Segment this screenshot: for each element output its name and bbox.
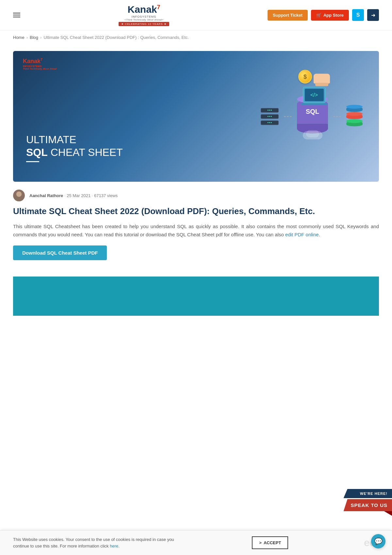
breadcrumb: Home › Blog › Ultimate SQL Cheat Sheet 2… xyxy=(0,30,392,44)
breadcrumb-sep-1: › xyxy=(26,35,28,40)
article-title: Ultimate SQL Cheat Sheet 2022 (Download … xyxy=(13,206,379,217)
logo-sub: INFOSYSTEMS xyxy=(132,15,156,18)
logo-tagline: <Think Technically, Move Ahead> xyxy=(124,18,163,21)
svg-point-2 xyxy=(16,192,22,197)
coin-icon: $ xyxy=(298,70,312,84)
skype-button[interactable]: S xyxy=(352,9,364,21)
laptop-coin-icon: $ </> xyxy=(298,70,330,105)
signin-icon: ➜ xyxy=(371,12,375,18)
site-header: Kanak7 INFOSYSTEMS <Think Technically, M… xyxy=(0,0,392,30)
support-ticket-button[interactable]: Support Ticket xyxy=(268,10,308,21)
hero-inner: Kanak7 INFOSYSTEMS Think Technically, Mo… xyxy=(13,51,379,182)
hero-title-line1: ULTIMATE xyxy=(26,133,123,146)
signin-button[interactable]: ➜ xyxy=(367,9,379,21)
database-icon xyxy=(346,107,363,126)
author-avatar xyxy=(13,190,25,201)
laptop-icon: </> xyxy=(301,87,327,105)
hero-title: ULTIMATE SQL CHEAT SHEET xyxy=(26,133,123,162)
article-views: 67137 views xyxy=(94,193,118,198)
app-store-button[interactable]: 🛒 App Store xyxy=(311,10,349,21)
hero-banner: Kanak7 INFOSYSTEMS Think Technically, Mo… xyxy=(13,51,379,182)
author-name: Aanchal Rathore xyxy=(29,193,63,198)
article-date: 25 Mar 2021 xyxy=(67,193,90,198)
breadcrumb-current: Ultimate SQL Cheat Sheet 2022 (Download … xyxy=(43,35,189,40)
header-left xyxy=(13,13,20,17)
cart-icon: 🛒 xyxy=(316,13,321,18)
hero-graphics: SQL xyxy=(261,99,363,134)
breadcrumb-blog[interactable]: Blog xyxy=(30,35,38,40)
logo-celebrating: ★ CELEBRATING 10 YEARS ★ xyxy=(119,22,169,26)
logo-name: Kanak7 xyxy=(128,4,160,15)
connector-2 xyxy=(333,116,341,117)
breadcrumb-sep-2: › xyxy=(40,35,41,40)
logo: Kanak7 INFOSYSTEMS <Think Technically, M… xyxy=(119,4,169,26)
server-icon xyxy=(261,108,279,125)
hand-icon xyxy=(314,74,330,84)
article-meta-info: Aanchal Rathore · 25 Mar 2021 · 67137 vi… xyxy=(29,193,118,198)
breadcrumb-home[interactable]: Home xyxy=(13,35,24,40)
header-logo-area: Kanak7 INFOSYSTEMS <Think Technically, M… xyxy=(20,4,268,26)
teal-section xyxy=(13,277,379,316)
article-body: This ultimate SQL Cheatsheet has been cr… xyxy=(13,222,379,239)
hero-logo: Kanak7 INFOSYSTEMS Think Technically, Mo… xyxy=(23,58,57,70)
edit-pdf-link[interactable]: edit PDF online xyxy=(285,232,319,237)
main-content: Kanak7 INFOSYSTEMS Think Technically, Mo… xyxy=(0,44,392,329)
header-right: Support Ticket 🛒 App Store S ➜ xyxy=(268,9,379,21)
hero-title-underline xyxy=(26,161,39,162)
article-meta: Aanchal Rathore · 25 Mar 2021 · 67137 vi… xyxy=(13,190,379,201)
download-pdf-button[interactable]: Download SQL Cheat Sheet PDF xyxy=(13,245,107,260)
hamburger-menu[interactable] xyxy=(13,13,20,17)
svg-point-1 xyxy=(15,197,23,201)
hero-title-line2: SQL CHEAT SHEET xyxy=(26,146,123,159)
connector-1 xyxy=(284,116,292,117)
